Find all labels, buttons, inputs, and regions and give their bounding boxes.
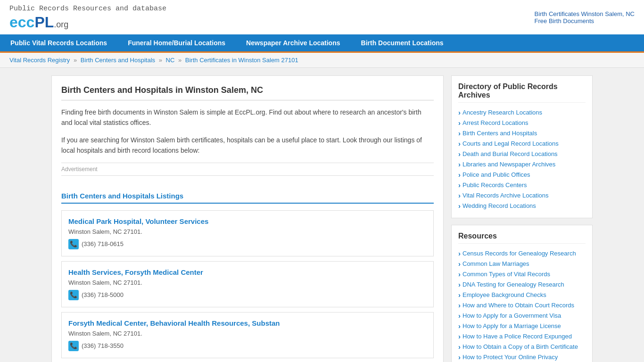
- listing-address: Winston Salem, NC 27101.: [68, 279, 427, 286]
- page-title: Birth Centers and Hospitals in Winston S…: [61, 85, 434, 100]
- list-item: How to Protect Your Online Privacy: [458, 352, 586, 362]
- list-item: Birth Centers and Hospitals: [458, 128, 586, 139]
- listing-phone: 📞 (336) 718-5000: [68, 290, 427, 300]
- list-item: Employee Background Checks: [458, 290, 586, 300]
- list-item: Wedding Record Locations: [458, 201, 586, 211]
- list-item: How and Where to Obtain Court Records: [458, 300, 586, 311]
- list-item: Ancestry Research Locations: [458, 107, 586, 118]
- listing-card: Health Services, Forsyth Medical Center …: [61, 261, 434, 307]
- res-link[interactable]: How to Apply for a Marriage License: [462, 322, 561, 329]
- dir-link[interactable]: Death and Burial Record Locations: [462, 150, 558, 157]
- nav-item-newspaper[interactable]: Newspaper Archive Locations: [236, 34, 350, 51]
- nav-item-birth[interactable]: Birth Document Locations: [351, 34, 454, 51]
- logo-area: Public Records Resources and database ec…: [9, 5, 166, 30]
- dir-link[interactable]: Libraries and Newspaper Archives: [462, 161, 555, 168]
- sidebar-directory-title: Directory of Public Records Archives: [458, 82, 586, 103]
- site-tagline: Public Records Resources and database: [9, 5, 166, 13]
- main-nav: Public Vital Records Locations Funeral H…: [0, 34, 644, 53]
- dir-link[interactable]: Vital Records Archive Locations: [462, 192, 549, 199]
- dir-link[interactable]: Police and Public Offices: [462, 171, 530, 178]
- header-links: Birth Certificates Winston Salem, NC Fre…: [535, 10, 635, 25]
- advertisement-label: Advertisement: [61, 163, 434, 176]
- dir-link[interactable]: Arrest Record Locations: [462, 119, 528, 126]
- res-link[interactable]: How and Where to Obtain Court Records: [462, 302, 574, 309]
- header-link-free-docs[interactable]: Free Birth Documents: [535, 17, 635, 25]
- intro-para2: If you are searching for Winston Salem b…: [61, 135, 434, 156]
- breadcrumb-sep2: »: [159, 57, 164, 64]
- listing-address: Winston Salem, NC 27101.: [68, 330, 427, 337]
- listing-phone: 📞 (336) 718-3550: [68, 341, 427, 351]
- sidebar-directory-list: Ancestry Research Locations Arrest Recor…: [458, 107, 586, 211]
- dir-link[interactable]: Ancestry Research Locations: [462, 109, 542, 116]
- nav-item-funeral[interactable]: Funeral Home/Burial Locations: [117, 34, 236, 51]
- list-item: How to Apply for a Government Visa: [458, 311, 586, 321]
- dir-link[interactable]: Wedding Record Locations: [462, 202, 536, 209]
- listing-name: Forsyth Medical Center, Behavioral Healt…: [68, 319, 427, 327]
- breadcrumb-vital-registry[interactable]: Vital Records Registry: [9, 57, 70, 64]
- sidebar: Directory of Public Records Archives Anc…: [451, 75, 593, 362]
- listing-card: Forsyth Medical Center, Behavioral Healt…: [61, 312, 434, 358]
- sidebar-resources-box: Resources Census Records for Genealogy R…: [451, 225, 593, 362]
- res-link[interactable]: How to Have a Police Record Expunged: [462, 333, 572, 340]
- res-link[interactable]: How to Protect Your Online Privacy: [462, 354, 558, 361]
- list-item: Police and Public Offices: [458, 170, 586, 180]
- res-link[interactable]: How to Obtain a Copy of a Birth Certific…: [462, 343, 578, 350]
- breadcrumb-sep3: »: [178, 57, 183, 64]
- main-content: Birth Centers and Hospitals in Winston S…: [51, 75, 444, 362]
- res-link[interactable]: Common Law Marriages: [462, 260, 529, 267]
- phone-number: (336) 718-0615: [82, 240, 124, 247]
- list-item: Census Records for Genealogy Research: [458, 248, 586, 259]
- listing-name: Medical Park Hospital, Volunteer Service…: [68, 217, 427, 225]
- listing-link[interactable]: Health Services, Forsyth Medical Center: [68, 268, 203, 276]
- site-logo: eccPL.org: [9, 15, 166, 30]
- listing-card: Medical Park Hospital, Volunteer Service…: [61, 210, 434, 256]
- sidebar-resources-list: Census Records for Genealogy Research Co…: [458, 248, 586, 362]
- res-link[interactable]: How to Apply for a Government Visa: [462, 312, 561, 319]
- dir-link[interactable]: Public Records Centers: [462, 181, 527, 189]
- res-link[interactable]: Common Types of Vital Records: [462, 271, 550, 278]
- header-link-birth-cert[interactable]: Birth Certificates Winston Salem, NC: [535, 10, 635, 17]
- site-header: Public Records Resources and database ec…: [0, 0, 644, 34]
- list-item: DNA Testing for Genealogy Research: [458, 280, 586, 290]
- sidebar-directory-box: Directory of Public Records Archives Anc…: [451, 75, 593, 218]
- list-item: Libraries and Newspaper Archives: [458, 159, 586, 170]
- phone-icon: 📞: [68, 290, 79, 300]
- intro-para1: Finding free birth documents in Winston …: [61, 107, 434, 128]
- breadcrumb: Vital Records Registry » Birth Centers a…: [0, 53, 644, 68]
- phone-number: (336) 718-5000: [82, 291, 124, 298]
- breadcrumb-current[interactable]: Birth Certificates in Winston Salem 2710…: [185, 57, 298, 64]
- breadcrumb-nc[interactable]: NC: [166, 57, 175, 64]
- list-item: How to Have a Police Record Expunged: [458, 331, 586, 342]
- list-item: Vital Records Archive Locations: [458, 190, 586, 201]
- nav-item-vital[interactable]: Public Vital Records Locations: [0, 34, 117, 51]
- breadcrumb-sep1: »: [74, 57, 79, 64]
- list-item: Courts and Legal Record Locations: [458, 139, 586, 149]
- logo-org: .org: [54, 20, 68, 29]
- phone-icon: 📞: [68, 341, 79, 351]
- list-item: Public Records Centers: [458, 180, 586, 190]
- dir-link[interactable]: Courts and Legal Record Locations: [462, 140, 559, 147]
- main-layout: Birth Centers and Hospitals in Winston S…: [44, 68, 600, 362]
- list-item: Common Types of Vital Records: [458, 269, 586, 280]
- list-item: Death and Burial Record Locations: [458, 149, 586, 159]
- phone-number: (336) 718-3550: [82, 342, 124, 349]
- res-link[interactable]: DNA Testing for Genealogy Research: [462, 281, 564, 288]
- list-item: Common Law Marriages: [458, 259, 586, 269]
- listing-address: Winston Salem, NC 27101.: [68, 228, 427, 235]
- listing-name: Health Services, Forsyth Medical Center: [68, 268, 427, 276]
- dir-link[interactable]: Birth Centers and Hospitals: [462, 130, 537, 137]
- res-link[interactable]: Census Records for Genealogy Research: [462, 250, 576, 257]
- logo-ecc: ecc: [9, 14, 34, 31]
- listings-heading: Birth Centers and Hospitals Listings: [61, 192, 434, 204]
- breadcrumb-birth-centers[interactable]: Birth Centers and Hospitals: [81, 57, 155, 64]
- sidebar-resources-title: Resources: [458, 232, 586, 244]
- listing-phone: 📞 (336) 718-0615: [68, 239, 427, 249]
- list-item: How to Obtain a Copy of a Birth Certific…: [458, 342, 586, 352]
- logo-pl: PL: [34, 14, 54, 31]
- listing-link[interactable]: Medical Park Hospital, Volunteer Service…: [68, 217, 208, 225]
- list-item: How to Apply for a Marriage License: [458, 321, 586, 331]
- res-link[interactable]: Employee Background Checks: [462, 291, 546, 298]
- list-item: Arrest Record Locations: [458, 118, 586, 128]
- listing-link[interactable]: Forsyth Medical Center, Behavioral Healt…: [68, 319, 280, 327]
- phone-icon: 📞: [68, 239, 79, 249]
